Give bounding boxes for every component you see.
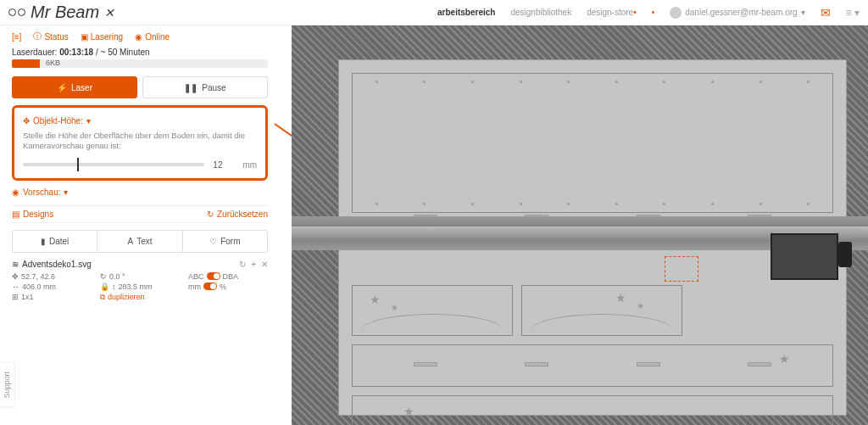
lasering-indicator[interactable]: ▣ Lasering (81, 31, 123, 42)
logo: Mr Beam✕ (8, 3, 114, 22)
tab-form[interactable]: ♡Form (183, 231, 267, 252)
status-line: [≡] ⓘ Status ▣ Lasering ◉ Online (12, 31, 268, 42)
sidebar: [≡] ⓘ Status ▣ Lasering ◉ Online Laserda… (0, 25, 280, 425)
bolt-icon: ⚡ (57, 83, 67, 92)
expand-icon[interactable]: [≡] (12, 31, 21, 42)
mail-icon[interactable]: ✉ (821, 6, 831, 20)
position-value[interactable]: ✥ 52.7, 42.6 (12, 272, 92, 281)
notification-dot[interactable]: • (652, 8, 655, 17)
online-indicator[interactable]: ◉ Online (135, 31, 170, 42)
height-value[interactable]: 12 (213, 160, 234, 170)
object-height-title[interactable]: ✥ Objekt-Höhe: ▾ (23, 116, 257, 126)
tab-text[interactable]: AText (97, 231, 182, 252)
height-value[interactable]: 🔒 ↕ 283.5 mm (100, 282, 180, 291)
menu-icon[interactable]: ≡ ▾ (846, 7, 860, 19)
engrave-panel-mid-right: ★ ★ (521, 285, 682, 336)
text-icon: A (127, 237, 133, 246)
engrave-panel-b2: ★ ★ (352, 395, 833, 425)
height-slider[interactable] (23, 163, 204, 166)
support-tab[interactable]: Support (0, 362, 15, 408)
engrave-panel-mid-left: ★ ★ (352, 285, 513, 336)
laser-duration: Laserdauer: 00:13:18 / ~ 50 Minuten (12, 48, 268, 57)
width-value[interactable]: ↔ 406.0 mm (12, 282, 92, 291)
file-icon: ▮ (41, 237, 46, 246)
height-slider-row: 12 mm (23, 160, 257, 170)
designs-label[interactable]: ▤ Designs (12, 210, 53, 219)
heart-icon: ♡ (209, 237, 217, 246)
abc-toggle[interactable]: ABC DBA (188, 272, 268, 281)
engrave-panel-b1: ★ (352, 344, 833, 387)
add-icon[interactable]: + (251, 260, 256, 269)
camera-preview[interactable]: ★ ★ ★ ★ ★ ★ ★ (292, 25, 868, 425)
engrave-panel-top (352, 73, 833, 213)
avatar-icon (670, 7, 682, 19)
nav-designstore[interactable]: design-store• (587, 8, 637, 17)
vorschau-toggle[interactable]: ◉ Vorschau: ▾ (12, 187, 268, 197)
close-file-icon[interactable]: ✕ (261, 260, 268, 269)
laser-button[interactable]: ⚡Laser (12, 76, 137, 98)
refresh-icon[interactable]: ↻ (239, 260, 246, 269)
topnav: arbeitsbereich designbibliothek design-s… (437, 6, 860, 20)
pause-button[interactable]: ❚❚Pause (142, 76, 268, 98)
layers-icon: ≋ (12, 260, 19, 269)
rotation-value[interactable]: ↻ 0.0 ° (100, 272, 180, 281)
file-block: ≋Adventsdeko1.svg ↻ + ✕ ✥ 52.7, 42.6 ↻ 0… (12, 260, 268, 302)
glasses-icon (8, 8, 25, 17)
button-row: ⚡Laser ❚❚Pause (12, 76, 268, 98)
file-name[interactable]: ≋Adventsdeko1.svg (12, 260, 92, 269)
insert-tabs: ▮Datei AText ♡Form (12, 230, 268, 253)
laser-head (771, 233, 838, 280)
pause-icon: ❚❚ (184, 83, 198, 92)
progress-bar: 6KB (12, 59, 268, 68)
height-unit: mm (242, 160, 257, 170)
duplicate-button[interactable]: ⧉ duplizieren (100, 293, 180, 302)
reset-button[interactable]: ↻ Zurücksetzen (207, 210, 268, 219)
user-menu[interactable]: daniel.gessner@mr-beam.org ▾ (670, 7, 804, 19)
object-height-panel: ✥ Objekt-Höhe: ▾ Stelle die Höhe der Obe… (12, 105, 268, 181)
nav-arbeitsbereich[interactable]: arbeitsbereich (437, 8, 495, 17)
nav-designbibliothek[interactable]: designbibliothek (510, 8, 571, 17)
tab-datei[interactable]: ▮Datei (13, 231, 97, 252)
status-indicator[interactable]: ⓘ Status (33, 31, 68, 42)
grid-value[interactable]: ⊞ 1x1 (12, 293, 92, 302)
unit-toggle[interactable]: mm % (188, 282, 268, 291)
designs-header: ▤ Designs ↻ Zurücksetzen (12, 205, 268, 223)
topbar: Mr Beam✕ arbeitsbereich designbibliothek… (0, 0, 868, 25)
object-height-desc: Stelle die Höhe der Oberfläche über dem … (23, 131, 257, 152)
selection-marker[interactable] (665, 256, 698, 282)
